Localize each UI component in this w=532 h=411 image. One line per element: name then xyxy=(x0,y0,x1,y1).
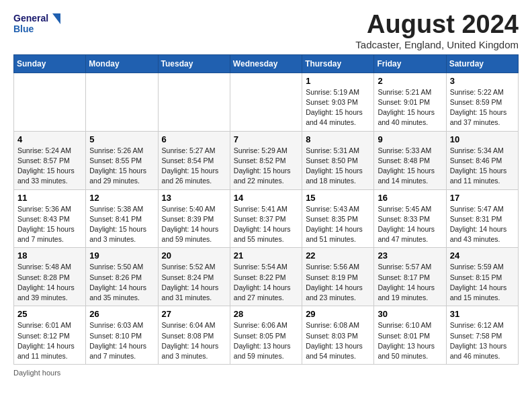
calendar-cell: 20Sunrise: 5:52 AM Sunset: 8:24 PM Dayli… xyxy=(158,248,230,306)
day-number: 13 xyxy=(162,193,226,203)
day-number: 2 xyxy=(378,76,442,86)
calendar-cell: 30Sunrise: 6:10 AM Sunset: 8:01 PM Dayli… xyxy=(374,306,446,365)
calendar-week-row: 4Sunrise: 5:24 AM Sunset: 8:57 PM Daylig… xyxy=(14,131,519,189)
calendar-cell: 22Sunrise: 5:56 AM Sunset: 8:19 PM Dayli… xyxy=(302,248,374,306)
day-number: 6 xyxy=(162,134,226,144)
svg-text:Blue: Blue xyxy=(13,24,34,34)
logo: General Blue xyxy=(13,11,60,38)
calendar-cell xyxy=(230,73,302,131)
day-number: 3 xyxy=(450,76,515,86)
calendar-cell: 27Sunrise: 6:04 AM Sunset: 8:08 PM Dayli… xyxy=(158,306,230,365)
calendar-cell: 9Sunrise: 5:33 AM Sunset: 8:48 PM Daylig… xyxy=(374,131,446,189)
day-info: Sunrise: 5:50 AM Sunset: 8:26 PM Dayligh… xyxy=(89,262,154,303)
weekday-header-sunday: Sunday xyxy=(14,54,86,73)
day-info: Sunrise: 5:54 AM Sunset: 8:22 PM Dayligh… xyxy=(234,262,298,303)
calendar-cell: 29Sunrise: 6:08 AM Sunset: 8:03 PM Dayli… xyxy=(302,306,374,365)
day-number: 10 xyxy=(450,134,515,144)
day-number: 22 xyxy=(306,250,370,261)
day-number: 24 xyxy=(450,250,515,261)
calendar-cell: 21Sunrise: 5:54 AM Sunset: 8:22 PM Dayli… xyxy=(230,248,302,306)
day-info: Sunrise: 5:38 AM Sunset: 8:41 PM Dayligh… xyxy=(89,204,154,245)
day-number: 25 xyxy=(17,309,82,319)
day-info: Sunrise: 5:59 AM Sunset: 8:15 PM Dayligh… xyxy=(450,262,515,303)
calendar-week-row: 11Sunrise: 5:36 AM Sunset: 8:43 PM Dayli… xyxy=(14,189,519,248)
day-info: Sunrise: 5:52 AM Sunset: 8:24 PM Dayligh… xyxy=(162,262,226,303)
calendar-cell: 5Sunrise: 5:26 AM Sunset: 8:55 PM Daylig… xyxy=(86,131,158,189)
day-number: 28 xyxy=(234,309,298,319)
calendar-cell: 4Sunrise: 5:24 AM Sunset: 8:57 PM Daylig… xyxy=(14,131,86,189)
day-number: 19 xyxy=(89,250,154,261)
weekday-header-tuesday: Tuesday xyxy=(158,54,230,73)
weekday-header-friday: Friday xyxy=(374,54,446,73)
calendar-cell: 24Sunrise: 5:59 AM Sunset: 8:15 PM Dayli… xyxy=(446,248,518,306)
calendar-cell: 3Sunrise: 5:22 AM Sunset: 8:59 PM Daylig… xyxy=(446,73,518,131)
day-info: Sunrise: 6:06 AM Sunset: 8:05 PM Dayligh… xyxy=(234,320,298,361)
day-info: Sunrise: 5:34 AM Sunset: 8:46 PM Dayligh… xyxy=(450,146,515,187)
daylight-label: Daylight hours xyxy=(13,369,60,377)
calendar-cell: 14Sunrise: 5:41 AM Sunset: 8:37 PM Dayli… xyxy=(230,189,302,248)
calendar-cell: 1Sunrise: 5:19 AM Sunset: 9:03 PM Daylig… xyxy=(302,73,374,131)
calendar-table: SundayMondayTuesdayWednesdayThursdayFrid… xyxy=(13,54,519,365)
day-info: Sunrise: 5:29 AM Sunset: 8:52 PM Dayligh… xyxy=(234,146,298,187)
day-info: Sunrise: 5:41 AM Sunset: 8:37 PM Dayligh… xyxy=(234,204,298,245)
day-info: Sunrise: 6:01 AM Sunset: 8:12 PM Dayligh… xyxy=(17,320,82,361)
calendar-cell: 17Sunrise: 5:47 AM Sunset: 8:31 PM Dayli… xyxy=(446,189,518,248)
calendar-cell: 23Sunrise: 5:57 AM Sunset: 8:17 PM Dayli… xyxy=(374,248,446,306)
day-number: 7 xyxy=(234,134,298,144)
calendar-cell: 31Sunrise: 6:12 AM Sunset: 7:58 PM Dayli… xyxy=(446,306,518,365)
calendar-cell: 7Sunrise: 5:29 AM Sunset: 8:52 PM Daylig… xyxy=(230,131,302,189)
calendar-page: General Blue August 2024 Tadcaster, Engl… xyxy=(0,0,532,385)
day-number: 11 xyxy=(17,193,82,203)
calendar-week-row: 25Sunrise: 6:01 AM Sunset: 8:12 PM Dayli… xyxy=(14,306,519,365)
day-number: 26 xyxy=(89,309,154,319)
day-info: Sunrise: 5:22 AM Sunset: 8:59 PM Dayligh… xyxy=(450,87,515,128)
day-number: 16 xyxy=(378,193,442,203)
calendar-body: 1Sunrise: 5:19 AM Sunset: 9:03 PM Daylig… xyxy=(14,73,519,364)
svg-marker-2 xyxy=(52,13,60,24)
day-number: 8 xyxy=(306,134,370,144)
day-info: Sunrise: 5:27 AM Sunset: 8:54 PM Dayligh… xyxy=(162,146,226,187)
day-number: 30 xyxy=(378,309,442,319)
calendar-cell: 16Sunrise: 5:45 AM Sunset: 8:33 PM Dayli… xyxy=(374,189,446,248)
day-info: Sunrise: 6:03 AM Sunset: 8:10 PM Dayligh… xyxy=(89,320,154,361)
day-number: 5 xyxy=(89,134,154,144)
calendar-cell: 11Sunrise: 5:36 AM Sunset: 8:43 PM Dayli… xyxy=(14,189,86,248)
calendar-week-row: 1Sunrise: 5:19 AM Sunset: 9:03 PM Daylig… xyxy=(14,73,519,131)
calendar-week-row: 18Sunrise: 5:48 AM Sunset: 8:28 PM Dayli… xyxy=(14,248,519,306)
day-info: Sunrise: 5:24 AM Sunset: 8:57 PM Dayligh… xyxy=(17,146,82,187)
calendar-cell xyxy=(86,73,158,131)
title-block: August 2024 Tadcaster, England, United K… xyxy=(355,11,519,50)
calendar-cell: 10Sunrise: 5:34 AM Sunset: 8:46 PM Dayli… xyxy=(446,131,518,189)
day-number: 9 xyxy=(378,134,442,144)
day-info: Sunrise: 5:21 AM Sunset: 9:01 PM Dayligh… xyxy=(378,87,442,128)
svg-text:General: General xyxy=(13,13,48,24)
day-info: Sunrise: 5:33 AM Sunset: 8:48 PM Dayligh… xyxy=(378,146,442,187)
day-info: Sunrise: 6:10 AM Sunset: 8:01 PM Dayligh… xyxy=(378,320,442,361)
day-number: 17 xyxy=(450,193,515,203)
day-info: Sunrise: 5:31 AM Sunset: 8:50 PM Dayligh… xyxy=(306,146,370,187)
weekday-row: SundayMondayTuesdayWednesdayThursdayFrid… xyxy=(14,54,519,73)
day-number: 14 xyxy=(234,193,298,203)
day-info: Sunrise: 5:57 AM Sunset: 8:17 PM Dayligh… xyxy=(378,262,442,303)
day-number: 27 xyxy=(162,309,226,319)
day-number: 29 xyxy=(306,309,370,319)
footer-note: Daylight hours xyxy=(13,369,519,377)
day-info: Sunrise: 5:48 AM Sunset: 8:28 PM Dayligh… xyxy=(17,262,82,303)
calendar-header: SundayMondayTuesdayWednesdayThursdayFrid… xyxy=(14,54,519,73)
calendar-cell: 25Sunrise: 6:01 AM Sunset: 8:12 PM Dayli… xyxy=(14,306,86,365)
day-number: 23 xyxy=(378,250,442,261)
day-number: 1 xyxy=(306,76,370,86)
day-info: Sunrise: 5:36 AM Sunset: 8:43 PM Dayligh… xyxy=(17,204,82,245)
day-number: 21 xyxy=(234,250,298,261)
calendar-cell: 18Sunrise: 5:48 AM Sunset: 8:28 PM Dayli… xyxy=(14,248,86,306)
calendar-cell: 19Sunrise: 5:50 AM Sunset: 8:26 PM Dayli… xyxy=(86,248,158,306)
location-title: Tadcaster, England, United Kingdom xyxy=(355,39,519,50)
calendar-cell: 13Sunrise: 5:40 AM Sunset: 8:39 PM Dayli… xyxy=(158,189,230,248)
day-info: Sunrise: 6:04 AM Sunset: 8:08 PM Dayligh… xyxy=(162,320,226,361)
weekday-header-wednesday: Wednesday xyxy=(230,54,302,73)
calendar-cell: 12Sunrise: 5:38 AM Sunset: 8:41 PM Dayli… xyxy=(86,189,158,248)
day-info: Sunrise: 5:40 AM Sunset: 8:39 PM Dayligh… xyxy=(162,204,226,245)
weekday-header-monday: Monday xyxy=(86,54,158,73)
day-number: 4 xyxy=(17,134,82,144)
calendar-cell: 2Sunrise: 5:21 AM Sunset: 9:01 PM Daylig… xyxy=(374,73,446,131)
